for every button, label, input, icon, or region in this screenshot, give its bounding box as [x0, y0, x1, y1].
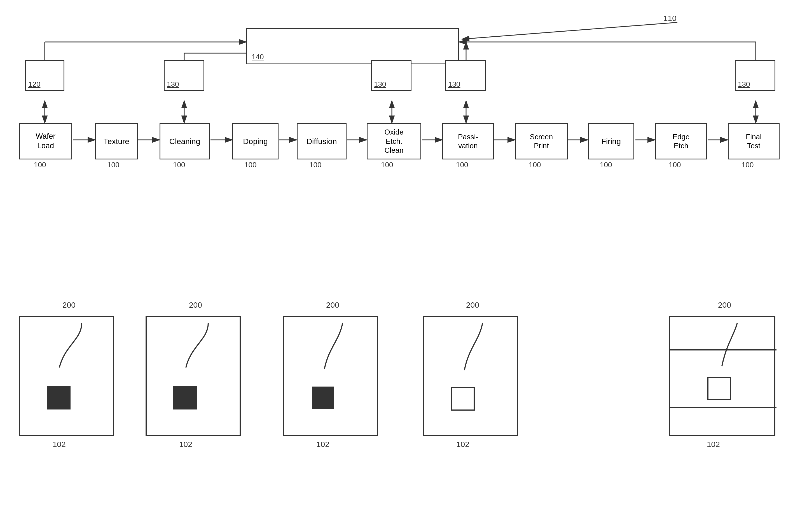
device-4-ref-200: 200: [466, 301, 479, 310]
texture-box: Texture 100: [95, 123, 138, 159]
device-2: 200 102: [146, 316, 241, 436]
device-1: 200 102: [19, 316, 114, 436]
wafer-load-box: WaferLoad 100: [19, 123, 72, 159]
device-2-ref-200: 200: [189, 301, 202, 310]
device-1-ref-200: 200: [62, 301, 76, 310]
svg-rect-27: [47, 386, 71, 410]
screen-print-box: ScreenPrint 100: [515, 123, 568, 159]
svg-line-26: [462, 22, 677, 39]
device-3-ref-200: 200: [326, 301, 339, 310]
device-3-ref-102: 102: [316, 440, 329, 449]
device-4-ref-102: 102: [456, 440, 470, 449]
firing-box: Firing 100: [588, 123, 634, 159]
svg-rect-28: [173, 386, 197, 410]
edge-etch-box: EdgeEtch 100: [655, 123, 707, 159]
device-diagrams: 200 102 200 102 200: [11, 294, 795, 504]
device-1-ref-102: 102: [53, 440, 66, 449]
device-5-ref-102: 102: [707, 440, 720, 449]
cleaning-box: Cleaning 100: [160, 123, 210, 159]
device-3-outer: [283, 316, 378, 436]
device-4: 200 102: [423, 316, 518, 436]
device-4-outer: [423, 316, 518, 436]
svg-rect-31: [708, 377, 730, 400]
final-test-box: FinalTest 100: [728, 123, 780, 159]
device-5-ref-200: 200: [718, 301, 731, 310]
oxide-etch-box: OxideEtch.Clean 100: [367, 123, 421, 159]
doping-box: Doping 100: [232, 123, 278, 159]
ref-110: 110: [663, 14, 677, 23]
node-130b: 130: [371, 60, 411, 91]
node-120: 120: [25, 60, 65, 91]
device-5: 200 102: [669, 316, 775, 436]
node-140: 140: [246, 28, 459, 64]
diffusion-box: Diffusion 100: [297, 123, 347, 159]
device-2-ref-102: 102: [179, 440, 192, 449]
device-3: 200 102: [283, 316, 378, 436]
node-130a: 130: [164, 60, 204, 91]
svg-rect-29: [312, 386, 334, 409]
flow-diagram: 140 120 130 130 130 130 WaferLoad 100 Te…: [11, 11, 795, 207]
device-1-outer: [19, 316, 114, 436]
device-5-outer: [669, 316, 775, 436]
node-130d: 130: [735, 60, 775, 91]
passivation-box: Passi-vation 100: [442, 123, 494, 159]
device-2-outer: [146, 316, 241, 436]
svg-rect-30: [452, 388, 474, 410]
node-130c: 130: [445, 60, 485, 91]
